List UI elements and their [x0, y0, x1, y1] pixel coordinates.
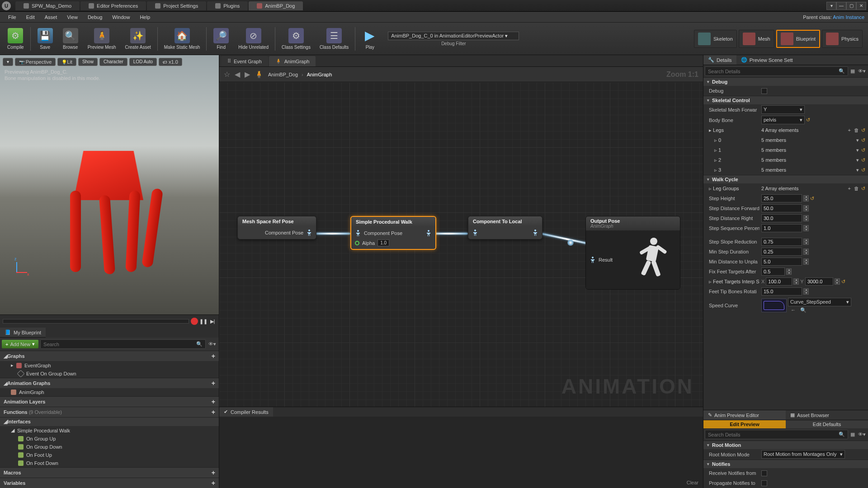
menu-edit[interactable]: Edit: [22, 13, 39, 21]
reset-icon[interactable]: ↺: [810, 196, 814, 202]
play-button[interactable]: ▶Play: [357, 24, 382, 53]
menu-file[interactable]: File: [4, 13, 21, 21]
preview-search[interactable]: 🔍: [705, 430, 848, 439]
step-dist-fwd-input[interactable]: [761, 204, 802, 212]
spinner[interactable]: ▴▾: [803, 215, 809, 221]
min-dist-unpla-input[interactable]: [761, 258, 802, 266]
my-blueprint-search[interactable]: 🔍: [40, 339, 206, 349]
pause-button[interactable]: ❚❚: [200, 318, 207, 325]
reset-icon[interactable]: ↺: [861, 186, 865, 192]
pose-pin-icon[interactable]: [355, 230, 361, 237]
pose-pin-icon[interactable]: [306, 229, 312, 236]
viewport-show-button[interactable]: Show: [78, 58, 98, 66]
tab-editor-prefs[interactable]: Editor Preferences: [80, 1, 146, 10]
nav-forward-icon[interactable]: ▶: [245, 70, 250, 79]
tab-preview-scene[interactable]: 🌐 Preview Scene Sett: [736, 55, 797, 65]
feet-interp-y-input[interactable]: [805, 277, 833, 286]
browse-button[interactable]: 🔍Browse: [58, 24, 83, 53]
step-slope-input[interactable]: [761, 238, 802, 246]
spinner[interactable]: ▴▾: [786, 268, 792, 275]
eye-icon[interactable]: 👁▾: [857, 432, 867, 437]
viewport-character-button[interactable]: Character: [99, 58, 127, 66]
node-mesh-space-ref-pose[interactable]: Mesh Space Ref Pose Component Pose: [237, 216, 316, 239]
spinner[interactable]: ▴▾: [803, 195, 809, 202]
clear-button[interactable]: Clear: [687, 480, 698, 485]
add-element-icon[interactable]: +: [847, 186, 852, 191]
dropdown-icon[interactable]: ▾: [855, 147, 860, 153]
viewport-perspective-button[interactable]: 📷 Perspective: [15, 58, 56, 66]
section-macros[interactable]: Macros+: [0, 467, 219, 478]
class-settings-button[interactable]: ⚙Class Settings: [277, 24, 315, 53]
save-button[interactable]: 💾Save: [33, 24, 58, 53]
viewport-lod-button[interactable]: LOD Auto: [129, 58, 157, 66]
pose-pin-icon[interactable]: [532, 229, 538, 236]
eye-icon[interactable]: 👁▾: [208, 341, 217, 347]
section-anim-graphs[interactable]: ◢Animation Graphs+: [0, 378, 219, 388]
propagate-notifies-checkbox[interactable]: [761, 480, 767, 486]
section-variables[interactable]: Variables+: [0, 478, 219, 488]
my-blueprint-tab[interactable]: 📘 My Blueprint: [0, 328, 46, 338]
menu-view[interactable]: View: [62, 13, 82, 21]
mode-mesh[interactable]: Mesh: [739, 30, 774, 48]
tab-event-graph[interactable]: ⠿ Event Graph: [221, 56, 268, 66]
alpha-value-input[interactable]: 1.0: [377, 239, 389, 246]
step-button[interactable]: ▶|: [209, 318, 216, 325]
details-search[interactable]: 🔍: [705, 66, 848, 76]
skeletal-forward-select[interactable]: Y▾: [761, 105, 805, 114]
step-height-input[interactable]: [761, 194, 802, 202]
receive-notifies-checkbox[interactable]: [761, 470, 767, 476]
section-skeletal-control[interactable]: Skeletal Control: [703, 96, 868, 104]
timeline-track[interactable]: [3, 319, 189, 324]
item-on-foot-down[interactable]: On Foot Down: [0, 459, 219, 467]
tab-anim-preview-editor[interactable]: ✎ Anim Preview Editor: [703, 410, 786, 420]
find-button[interactable]: 🔎Find: [208, 24, 234, 53]
add-icon[interactable]: +: [212, 408, 215, 416]
reset-icon[interactable]: ↺: [861, 127, 865, 133]
parent-class-link[interactable]: Anim Instance: [833, 14, 864, 20]
tab-plugins[interactable]: Plugins: [207, 1, 248, 10]
mode-blueprint[interactable]: Blueprint: [776, 30, 820, 48]
matrix-icon[interactable]: ▦: [849, 68, 856, 74]
item-on-group-down[interactable]: On Group Down: [0, 443, 219, 451]
viewport-speed-button[interactable]: 🏷 x1.0: [159, 58, 182, 66]
spinner[interactable]: ▴▾: [803, 249, 809, 255]
fix-feet-input[interactable]: [761, 267, 785, 276]
reset-icon[interactable]: ↺: [861, 137, 865, 143]
debug-checkbox[interactable]: [761, 88, 767, 94]
tab-details[interactable]: 🔧 Details: [703, 55, 736, 65]
speed-curve-select[interactable]: Curve_StepSpeed▾: [788, 298, 851, 306]
breadcrumb-root[interactable]: AnimBP_Dog: [268, 72, 298, 77]
reset-icon[interactable]: ↺: [841, 279, 845, 285]
section-notifies[interactable]: Notifies: [703, 460, 868, 468]
section-debug[interactable]: Debug: [703, 77, 868, 86]
step-dist-right-input[interactable]: [761, 214, 802, 222]
dropdown-button[interactable]: ▾: [826, 2, 836, 10]
spinner[interactable]: ▴▾: [835, 278, 840, 285]
body-bone-select[interactable]: pelvis▾: [761, 116, 805, 124]
menu-debug[interactable]: Debug: [83, 13, 107, 21]
add-icon[interactable]: +: [212, 380, 215, 387]
trash-icon[interactable]: 🗑: [853, 186, 860, 191]
spinner[interactable]: ▴▾: [803, 205, 809, 211]
spinner[interactable]: ▴▾: [803, 258, 809, 265]
add-icon[interactable]: +: [212, 469, 215, 476]
section-root-motion[interactable]: Root Motion: [703, 441, 868, 449]
feet-tip-input[interactable]: [761, 287, 802, 296]
spinner[interactable]: ▴▾: [803, 239, 809, 245]
preview-mesh-button[interactable]: 🧍Preview Mesh: [83, 24, 121, 53]
node-component-to-local[interactable]: Component To Local: [468, 216, 542, 239]
reset-icon[interactable]: ↺: [806, 117, 810, 123]
reset-icon[interactable]: ↺: [861, 167, 865, 173]
favorite-icon[interactable]: ☆: [224, 70, 230, 79]
spinner[interactable]: ▴▾: [803, 225, 809, 231]
tab-edit-defaults[interactable]: Edit Defaults: [786, 420, 868, 428]
viewport-lit-button[interactable]: 💡Lit: [57, 58, 76, 66]
add-element-icon[interactable]: +: [847, 127, 852, 133]
browse-icon[interactable]: 🔍: [799, 307, 807, 313]
item-eventgraph[interactable]: ▸EventGraph: [0, 361, 219, 370]
menu-asset[interactable]: Asset: [40, 13, 62, 21]
tab-map[interactable]: SPW_Map_Demo: [15, 1, 80, 10]
tab-edit-preview[interactable]: Edit Preview: [703, 420, 786, 428]
viewport-menu-button[interactable]: ▾: [3, 58, 13, 66]
tab-asset-browser[interactable]: ▦ Asset Browser: [786, 410, 868, 420]
